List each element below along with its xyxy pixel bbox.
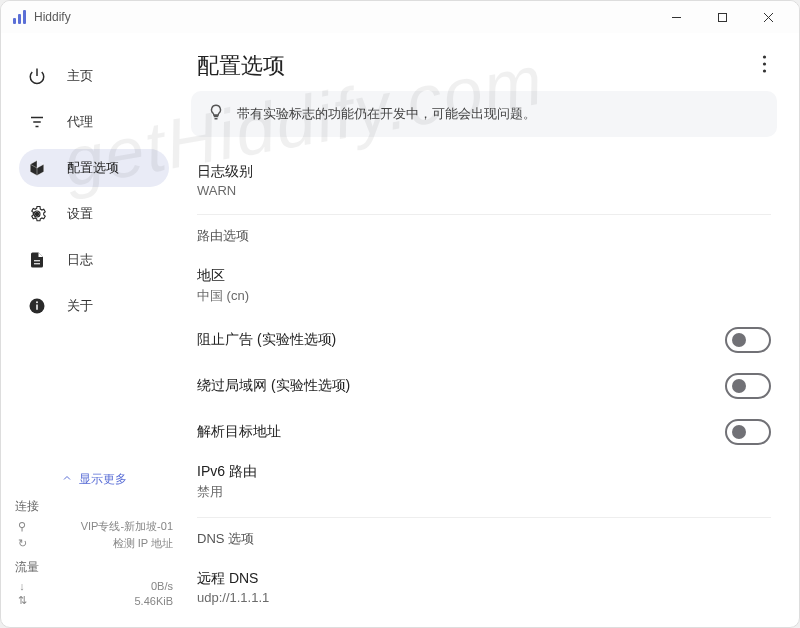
power-icon <box>27 66 47 86</box>
sidebar-item-label: 日志 <box>67 251 93 269</box>
ip-check-label: 检测 IP 地址 <box>113 536 173 551</box>
filter-icon <box>27 112 47 132</box>
region-label: 地区 <box>197 267 771 285</box>
log-level-field[interactable]: 日志级别 WARN <box>197 155 771 210</box>
close-button[interactable] <box>753 3 783 31</box>
down-speed-row: ↓ 0B/s <box>15 580 173 592</box>
sidebar-item-label: 配置选项 <box>67 159 119 177</box>
app-window: getHiddify.com Hiddify 主页 代理 <box>0 0 800 628</box>
main-content: 配置选项 带有实验标志的功能仍在开发中，可能会出现问题。 日志级别 WARN 路… <box>187 33 799 627</box>
divider <box>197 214 771 215</box>
lightbulb-icon <box>207 103 225 125</box>
settings-group: 日志级别 WARN 路由选项 地区 中国 (cn) 阻止广告 (实验性选项) 绕… <box>191 155 777 605</box>
body: 主页 代理 配置选项 设置 日志 <box>1 33 799 627</box>
link-icon: ⚲ <box>15 520 29 533</box>
traffic-section-label: 流量 <box>15 559 173 576</box>
sidebar-item-home[interactable]: 主页 <box>19 57 169 95</box>
experimental-banner: 带有实验标志的功能仍在开发中，可能会出现问题。 <box>191 91 777 137</box>
app-logo-icon <box>13 10 26 24</box>
sidebar-item-label: 代理 <box>67 113 93 131</box>
block-ads-switch[interactable] <box>725 327 771 353</box>
ipv6-route-value: 禁用 <box>197 483 771 501</box>
titlebar: Hiddify <box>1 1 799 33</box>
resolve-dest-label: 解析目标地址 <box>197 423 725 441</box>
bypass-lan-row[interactable]: 绕过局域网 (实验性选项) <box>197 363 771 409</box>
nav: 主页 代理 配置选项 设置 日志 <box>1 57 187 333</box>
gear-icon <box>27 204 47 224</box>
svg-point-15 <box>763 62 766 65</box>
connection-line-row: ⚲ VIP专线-新加坡-01 <box>15 519 173 534</box>
region-field[interactable]: 地区 中国 (cn) <box>197 259 771 317</box>
info-icon <box>27 296 47 316</box>
show-more-button[interactable]: 显示更多 <box>15 465 173 498</box>
more-menu-button[interactable] <box>758 51 771 81</box>
svg-rect-1 <box>718 13 726 21</box>
ipv6-route-label: IPv6 路由 <box>197 463 771 481</box>
minimize-button[interactable] <box>661 3 691 31</box>
total-traffic-row: ⇅ 5.46KiB <box>15 594 173 607</box>
svg-point-14 <box>763 55 766 58</box>
down-speed-value: 0B/s <box>151 580 173 592</box>
show-more-label: 显示更多 <box>79 471 127 488</box>
sidebar: 主页 代理 配置选项 设置 日志 <box>1 33 187 627</box>
total-traffic-value: 5.46KiB <box>134 595 173 607</box>
log-level-label: 日志级别 <box>197 163 771 181</box>
document-icon <box>27 250 47 270</box>
route-section-title: 路由选项 <box>197 227 771 259</box>
remote-dns-value: udp://1.1.1.1 <box>197 590 771 605</box>
remote-dns-field[interactable]: 远程 DNS udp://1.1.1.1 <box>197 562 771 605</box>
titlebar-left: Hiddify <box>13 10 71 24</box>
dns-section-title: DNS 选项 <box>197 530 771 562</box>
resolve-dest-row[interactable]: 解析目标地址 <box>197 409 771 455</box>
block-ads-label: 阻止广告 (实验性选项) <box>197 331 725 349</box>
sidebar-item-logs[interactable]: 日志 <box>19 241 169 279</box>
header-row: 配置选项 <box>191 51 777 91</box>
banner-text: 带有实验标志的功能仍在开发中，可能会出现问题。 <box>237 105 536 123</box>
block-ads-row[interactable]: 阻止广告 (实验性选项) <box>197 317 771 363</box>
sidebar-item-label: 主页 <box>67 67 93 85</box>
download-icon: ↓ <box>15 580 29 592</box>
sidebar-item-proxy[interactable]: 代理 <box>19 103 169 141</box>
updown-icon: ⇅ <box>15 594 29 607</box>
maximize-button[interactable] <box>707 3 737 31</box>
connection-section-label: 连接 <box>15 498 173 515</box>
resolve-dest-switch[interactable] <box>725 419 771 445</box>
ip-check-row[interactable]: ↻ 检测 IP 地址 <box>15 536 173 551</box>
bypass-lan-switch[interactable] <box>725 373 771 399</box>
sidebar-item-config[interactable]: 配置选项 <box>19 149 169 187</box>
ipv6-route-field[interactable]: IPv6 路由 禁用 <box>197 455 771 513</box>
region-value: 中国 (cn) <box>197 287 771 305</box>
sidebar-status: 显示更多 连接 ⚲ VIP专线-新加坡-01 ↻ 检测 IP 地址 流量 ↓ 0… <box>1 457 187 627</box>
svg-point-8 <box>35 212 40 217</box>
remote-dns-label: 远程 DNS <box>197 570 771 588</box>
chevron-up-icon <box>61 472 73 487</box>
window-controls <box>661 3 787 31</box>
refresh-icon: ↻ <box>15 537 29 550</box>
sidebar-item-settings[interactable]: 设置 <box>19 195 169 233</box>
sidebar-item-label: 设置 <box>67 205 93 223</box>
sidebar-item-about[interactable]: 关于 <box>19 287 169 325</box>
sidebar-item-label: 关于 <box>67 297 93 315</box>
log-level-value: WARN <box>197 183 771 198</box>
app-title: Hiddify <box>34 10 71 24</box>
svg-point-13 <box>36 301 38 303</box>
divider <box>197 517 771 518</box>
connection-line-value: VIP专线-新加坡-01 <box>81 519 173 534</box>
bypass-lan-label: 绕过局域网 (实验性选项) <box>197 377 725 395</box>
page-title: 配置选项 <box>197 51 285 81</box>
box-icon <box>27 158 47 178</box>
svg-point-16 <box>763 69 766 72</box>
